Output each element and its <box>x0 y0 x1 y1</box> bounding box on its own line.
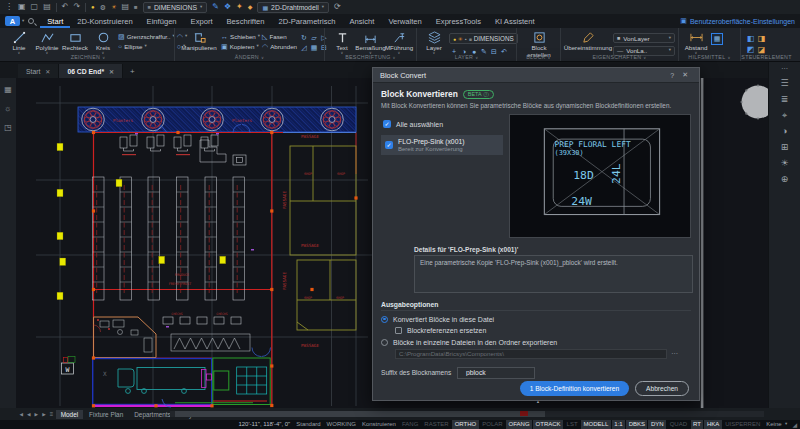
selection-filter[interactable]: Keine <box>764 420 784 429</box>
toggle-modell[interactable]: MODELL <box>581 420 611 429</box>
color-combo[interactable]: ■ VonLayer ▾ <box>613 33 675 43</box>
convert-button[interactable]: 1 Block-Definition konvertieren <box>520 381 629 396</box>
render-materials-icon[interactable]: ◑ <box>782 127 787 136</box>
abrunden-button[interactable]: ◠ Abrunden <box>262 43 297 50</box>
first-tab-icon[interactable]: ◀ <box>18 412 25 417</box>
layer-freeze-icon[interactable]: ⚙ <box>100 4 106 11</box>
search-icon[interactable] <box>28 18 34 24</box>
grenzschraffur-button[interactable]: ▨ Grenzschraffur.. ▾ <box>118 33 175 40</box>
export-folder-option[interactable]: Blöcke in einzelne Dateien in den Ordner… <box>381 339 691 346</box>
panels-icon[interactable]: ▦ <box>4 85 12 94</box>
scale-icon[interactable]: ◿ <box>299 43 309 53</box>
replace-references-checkbox[interactable] <box>395 327 402 334</box>
prev-tab-icon[interactable]: ◀ <box>26 412 33 417</box>
publish-icon[interactable]: ✦ <box>236 3 243 11</box>
properties-icon[interactable]: ☰ <box>780 79 788 88</box>
save-icon[interactable]: ▣ <box>18 3 26 11</box>
schieben-button[interactable]: ↔ Schieben ▾ <box>221 33 260 40</box>
layer-combo[interactable]: ■ DIMENSIONS ▾ <box>143 2 208 13</box>
navigation-disc[interactable] <box>740 84 768 119</box>
kreis-button[interactable]: Kreis ∨ <box>90 30 116 56</box>
rotate-icon[interactable]: ↻ <box>299 33 309 43</box>
layer-on-icon[interactable]: ● <box>91 4 95 10</box>
close-icon[interactable]: ✕ <box>109 68 114 75</box>
visual-style-combo[interactable]: ▦ 2D-Drahtmodell ▾ <box>257 2 329 13</box>
help-button[interactable]: ? <box>666 72 678 79</box>
tab-beschriften[interactable]: Beschriften <box>220 14 272 28</box>
color-swatch-icon[interactable]: ■ <box>134 4 138 10</box>
mirror-icon[interactable]: ▱ <box>309 33 319 43</box>
text-button[interactable]: Text ∨ <box>329 30 355 56</box>
layers-panel-icon[interactable]: ≣ <box>781 95 789 104</box>
tips-icon[interactable]: ☀ <box>780 159 788 168</box>
toggle-fang[interactable]: FANG <box>399 420 420 429</box>
close-icon[interactable]: ✕ <box>45 68 50 75</box>
last-tab-icon[interactable]: ▶ <box>41 412 48 417</box>
quick-measure-button[interactable]: ▦ <box>711 33 723 45</box>
layout-tab-departments[interactable]: Departments <box>129 410 176 419</box>
toggle-otrack[interactable]: OTRACK <box>533 420 563 429</box>
info-icon[interactable]: ⓘ <box>483 90 488 98</box>
caret-down-icon[interactable]: ▾ <box>22 19 24 24</box>
layer-button[interactable]: Layer ∨ <box>421 30 447 56</box>
rechteck-button[interactable]: Rechteck <box>62 30 88 52</box>
tab-verwalten[interactable]: Verwalten <box>381 14 428 28</box>
tab-expresstools[interactable]: ExpressTools <box>429 14 488 28</box>
blocks-panel-icon[interactable]: ⊞ <box>781 143 789 152</box>
panel-menu-icon[interactable]: ⋯ <box>781 65 788 72</box>
refresh-icon[interactable]: ⟳ <box>334 3 341 11</box>
tab-ki-assistent[interactable]: KI Assistent <box>488 14 542 28</box>
export-path-input[interactable] <box>395 349 667 359</box>
dialog-resize-grip[interactable]: ▲ <box>536 399 540 404</box>
browse-button[interactable]: ⋯ <box>671 350 678 358</box>
export-folder-radio[interactable] <box>381 339 388 346</box>
status-standard[interactable]: Standard <box>294 420 323 429</box>
select-all-checkbox[interactable]: ✓ <box>383 120 391 128</box>
bemassung-button[interactable]: Bemaßung ∨ <box>357 30 384 56</box>
polylinie-button[interactable]: Polylinie ∨ <box>34 30 60 56</box>
tab-2d-konstruieren[interactable]: 2D-Konstruieren <box>70 14 139 28</box>
annotation-scale[interactable]: 1:1 <box>612 420 625 429</box>
doc-tab-start[interactable]: Start ✕ <box>18 64 59 78</box>
tab-export[interactable]: Export <box>184 14 220 28</box>
toggle-dbks[interactable]: DBKS <box>626 420 647 429</box>
selection-markers[interactable] <box>57 143 226 300</box>
resize-grip-icon[interactable]: ◢ <box>788 421 797 428</box>
mfuehrung-button[interactable]: MFührung ∨ <box>386 30 412 56</box>
tab-list-icon[interactable]: ≡ <box>48 411 55 417</box>
uebereinstimmung-button[interactable]: Übereinstimmung <box>565 30 611 52</box>
redo-icon[interactable]: ↷ <box>73 3 80 11</box>
tools-icon[interactable]: ◆ <box>248 4 253 10</box>
toggle-uisperren[interactable]: UISPERREN <box>723 420 763 429</box>
layer-state-combo[interactable]: ● ☀ ▪ ■ DIMENSIONS <box>449 33 518 44</box>
app-button[interactable]: A <box>5 16 20 26</box>
control-icon-2[interactable]: ◨ <box>756 33 767 44</box>
tab-start[interactable]: Start <box>40 14 70 28</box>
tab-2d-parametrisch[interactable]: 2D-Parametrisch <box>272 14 343 28</box>
horizontal-scrollbar[interactable] <box>170 411 764 417</box>
attachments-icon[interactable]: ⌖ <box>782 111 787 120</box>
toggle-polar[interactable]: POLAR <box>480 420 505 429</box>
layout-tab-model[interactable]: Model <box>56 410 83 419</box>
new-doc-icon[interactable]: ▢ <box>31 3 39 11</box>
caret-down-icon[interactable]: ▾ <box>785 422 787 427</box>
layout-tab-fixture-plan[interactable]: Fixture Plan <box>84 410 128 419</box>
canvas-vscrollbar[interactable] <box>701 78 704 408</box>
layer-lock-icon[interactable]: ☀ <box>111 4 116 10</box>
block-list-item[interactable]: ✓ FLO-Prep-Sink (x001) Bereit zur Konver… <box>381 135 503 155</box>
kopieren-button[interactable]: ▣ Kopieren ▾ <box>221 43 260 50</box>
tab-einfuegen[interactable]: Einfügen <box>140 14 184 28</box>
toggle-lst[interactable]: LST <box>564 420 580 429</box>
manipulieren-button[interactable]: Manipulieren <box>179 30 219 52</box>
convert-in-file-radio[interactable] <box>381 316 388 323</box>
doc-tab-drawing[interactable]: 06 CD End* ✕ <box>59 64 123 78</box>
toggle-rt[interactable]: RT <box>691 420 704 429</box>
hscroll-thumb[interactable] <box>175 411 545 417</box>
toggle-ortho[interactable]: ORTHO <box>452 420 479 429</box>
ui-settings-button[interactable]: ▣ Benutzeroberfläche-Einstellungen <box>680 17 795 25</box>
status-workspace[interactable]: WORKING <box>324 420 358 429</box>
suffix-input[interactable] <box>457 367 535 379</box>
light-icon[interactable]: ☼ <box>4 104 11 113</box>
item-checkbox[interactable]: ✓ <box>385 141 393 149</box>
toggle-ofang[interactable]: OFANG <box>506 420 532 429</box>
